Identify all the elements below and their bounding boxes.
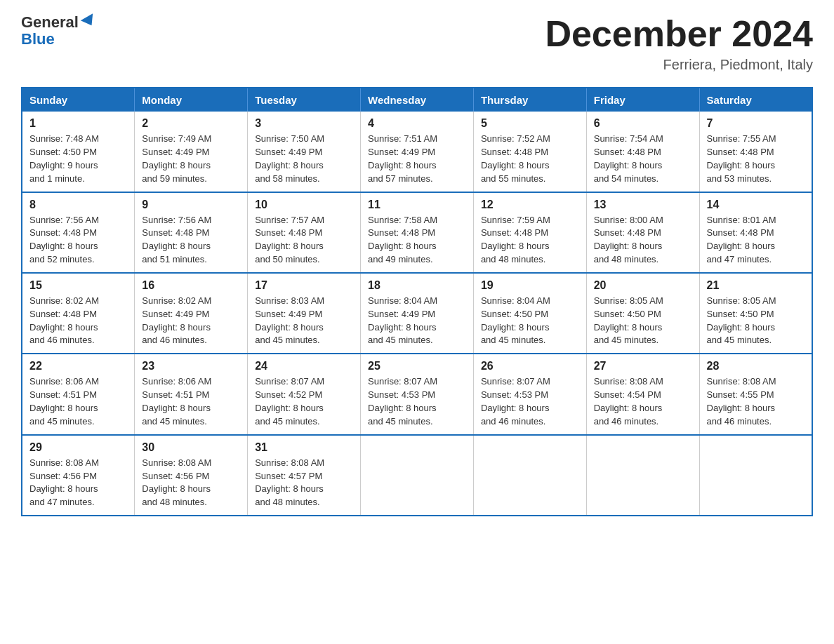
calendar-week-row: 1Sunrise: 7:48 AMSunset: 4:50 PMDaylight… [22,112,812,192]
day-info: Sunrise: 7:50 AMSunset: 4:49 PMDaylight:… [255,133,353,185]
calendar-table: SundayMondayTuesdayWednesdayThursdayFrid… [21,87,813,516]
day-info: Sunrise: 8:02 AMSunset: 4:49 PMDaylight:… [142,295,240,347]
day-info: Sunrise: 8:00 AMSunset: 4:48 PMDaylight:… [594,214,692,267]
day-number: 25 [368,360,466,373]
calendar-day-cell: 31Sunrise: 8:08 AMSunset: 4:57 PMDayligh… [248,435,361,516]
logo-general-text: General [21,14,79,31]
weekday-header-wednesday: Wednesday [361,88,474,112]
day-info: Sunrise: 7:55 AMSunset: 4:48 PMDaylight:… [707,133,805,185]
day-number: 18 [368,279,466,292]
weekday-header-row: SundayMondayTuesdayWednesdayThursdayFrid… [22,88,812,112]
day-info: Sunrise: 8:07 AMSunset: 4:53 PMDaylight:… [481,375,579,428]
calendar-day-cell: 29Sunrise: 8:08 AMSunset: 4:56 PMDayligh… [22,435,135,516]
calendar-day-cell: 15Sunrise: 8:02 AMSunset: 4:48 PMDayligh… [22,273,135,354]
day-number: 16 [142,279,240,292]
logo-blue-text: Blue [21,31,97,48]
calendar-day-cell: 20Sunrise: 8:05 AMSunset: 4:50 PMDayligh… [586,273,699,354]
calendar-week-row: 22Sunrise: 8:06 AMSunset: 4:51 PMDayligh… [22,354,812,434]
day-info: Sunrise: 7:57 AMSunset: 4:48 PMDaylight:… [255,214,353,267]
day-number: 10 [255,199,353,211]
day-number: 13 [594,199,692,211]
weekday-header-friday: Friday [586,88,699,112]
calendar-week-row: 8Sunrise: 7:56 AMSunset: 4:48 PMDaylight… [22,192,812,273]
day-number: 15 [29,279,127,292]
location-text: Ferriera, Piedmont, Italy [545,57,813,73]
weekday-header-monday: Monday [135,88,248,112]
day-number: 29 [29,441,127,454]
calendar-day-cell: 6Sunrise: 7:54 AMSunset: 4:48 PMDaylight… [586,112,699,192]
calendar-day-cell: 25Sunrise: 8:07 AMSunset: 4:53 PMDayligh… [361,354,474,434]
day-number: 27 [594,360,692,373]
day-info: Sunrise: 8:08 AMSunset: 4:55 PMDaylight:… [707,375,805,428]
day-info: Sunrise: 7:51 AMSunset: 4:49 PMDaylight:… [368,133,466,185]
calendar-day-cell: 23Sunrise: 8:06 AMSunset: 4:51 PMDayligh… [135,354,248,434]
month-title: December 2024 [545,14,813,54]
calendar-day-cell: 17Sunrise: 8:03 AMSunset: 4:49 PMDayligh… [248,273,361,354]
calendar-day-cell: 18Sunrise: 8:04 AMSunset: 4:49 PMDayligh… [361,273,474,354]
calendar-day-cell [361,435,474,516]
day-info: Sunrise: 8:06 AMSunset: 4:51 PMDaylight:… [29,375,127,428]
day-info: Sunrise: 8:04 AMSunset: 4:50 PMDaylight:… [481,295,579,347]
day-info: Sunrise: 7:56 AMSunset: 4:48 PMDaylight:… [29,214,127,267]
day-info: Sunrise: 8:07 AMSunset: 4:53 PMDaylight:… [368,375,466,428]
calendar-day-cell: 4Sunrise: 7:51 AMSunset: 4:49 PMDaylight… [361,112,474,192]
day-number: 31 [255,441,353,454]
calendar-day-cell: 13Sunrise: 8:00 AMSunset: 4:48 PMDayligh… [586,192,699,273]
day-info: Sunrise: 8:08 AMSunset: 4:57 PMDaylight:… [255,457,353,509]
calendar-day-cell: 9Sunrise: 7:56 AMSunset: 4:48 PMDaylight… [135,192,248,273]
day-number: 14 [707,199,805,211]
calendar-day-cell [586,435,699,516]
title-block: December 2024 Ferriera, Piedmont, Italy [545,14,813,73]
calendar-day-cell: 28Sunrise: 8:08 AMSunset: 4:55 PMDayligh… [699,354,812,434]
calendar-day-cell [699,435,812,516]
calendar-week-row: 29Sunrise: 8:08 AMSunset: 4:56 PMDayligh… [22,435,812,516]
day-number: 3 [255,117,353,130]
day-info: Sunrise: 8:03 AMSunset: 4:49 PMDaylight:… [255,295,353,347]
day-number: 1 [29,117,127,130]
calendar-day-cell: 16Sunrise: 8:02 AMSunset: 4:49 PMDayligh… [135,273,248,354]
calendar-day-cell [473,435,586,516]
calendar-day-cell: 22Sunrise: 8:06 AMSunset: 4:51 PMDayligh… [22,354,135,434]
day-number: 11 [368,199,466,211]
day-number: 30 [142,441,240,454]
calendar-day-cell: 26Sunrise: 8:07 AMSunset: 4:53 PMDayligh… [473,354,586,434]
day-number: 12 [481,199,579,211]
calendar-day-cell: 8Sunrise: 7:56 AMSunset: 4:48 PMDaylight… [22,192,135,273]
day-number: 17 [255,279,353,292]
day-info: Sunrise: 8:05 AMSunset: 4:50 PMDaylight:… [594,295,692,347]
calendar-day-cell: 30Sunrise: 8:08 AMSunset: 4:56 PMDayligh… [135,435,248,516]
calendar-day-cell: 19Sunrise: 8:04 AMSunset: 4:50 PMDayligh… [473,273,586,354]
calendar-day-cell: 14Sunrise: 8:01 AMSunset: 4:48 PMDayligh… [699,192,812,273]
weekday-header-tuesday: Tuesday [248,88,361,112]
day-number: 20 [594,279,692,292]
day-info: Sunrise: 8:08 AMSunset: 4:54 PMDaylight:… [594,375,692,428]
calendar-day-cell: 27Sunrise: 8:08 AMSunset: 4:54 PMDayligh… [586,354,699,434]
day-number: 24 [255,360,353,373]
calendar-day-cell: 1Sunrise: 7:48 AMSunset: 4:50 PMDaylight… [22,112,135,192]
day-info: Sunrise: 8:01 AMSunset: 4:48 PMDaylight:… [707,214,805,267]
day-info: Sunrise: 8:06 AMSunset: 4:51 PMDaylight:… [142,375,240,428]
calendar-day-cell: 3Sunrise: 7:50 AMSunset: 4:49 PMDaylight… [248,112,361,192]
day-info: Sunrise: 8:08 AMSunset: 4:56 PMDaylight:… [142,457,240,509]
day-info: Sunrise: 8:04 AMSunset: 4:49 PMDaylight:… [368,295,466,347]
calendar-day-cell: 10Sunrise: 7:57 AMSunset: 4:48 PMDayligh… [248,192,361,273]
day-info: Sunrise: 7:52 AMSunset: 4:48 PMDaylight:… [481,133,579,185]
day-info: Sunrise: 7:49 AMSunset: 4:49 PMDaylight:… [142,133,240,185]
day-number: 7 [707,117,805,130]
calendar-week-row: 15Sunrise: 8:02 AMSunset: 4:48 PMDayligh… [22,273,812,354]
calendar-day-cell: 11Sunrise: 7:58 AMSunset: 4:48 PMDayligh… [361,192,474,273]
logo: General Blue [21,14,97,48]
day-info: Sunrise: 8:05 AMSunset: 4:50 PMDaylight:… [707,295,805,347]
day-info: Sunrise: 7:59 AMSunset: 4:48 PMDaylight:… [481,214,579,267]
day-number: 28 [707,360,805,373]
calendar-day-cell: 5Sunrise: 7:52 AMSunset: 4:48 PMDaylight… [473,112,586,192]
day-number: 2 [142,117,240,130]
day-number: 4 [368,117,466,130]
logo-triangle-icon [81,13,98,29]
calendar-day-cell: 21Sunrise: 8:05 AMSunset: 4:50 PMDayligh… [699,273,812,354]
day-info: Sunrise: 7:56 AMSunset: 4:48 PMDaylight:… [142,214,240,267]
day-info: Sunrise: 8:07 AMSunset: 4:52 PMDaylight:… [255,375,353,428]
calendar-day-cell: 24Sunrise: 8:07 AMSunset: 4:52 PMDayligh… [248,354,361,434]
weekday-header-saturday: Saturday [699,88,812,112]
page-header: General Blue December 2024 Ferriera, Pie… [21,14,813,73]
